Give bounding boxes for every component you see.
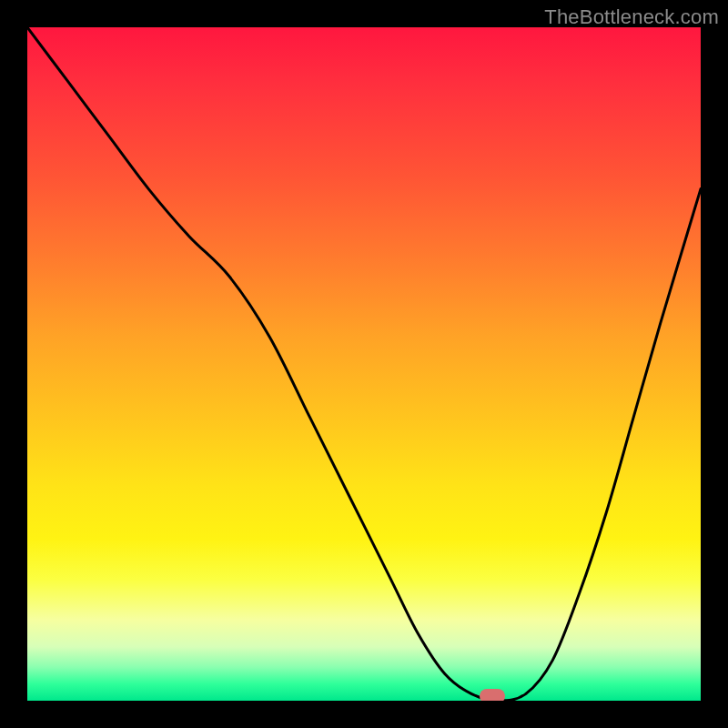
plot-area — [27, 27, 701, 701]
chart-stage: TheBottleneck.com — [0, 0, 728, 728]
bottleneck-curve — [27, 27, 701, 701]
optimal-marker — [480, 689, 505, 701]
watermark-text: TheBottleneck.com — [544, 5, 719, 29]
